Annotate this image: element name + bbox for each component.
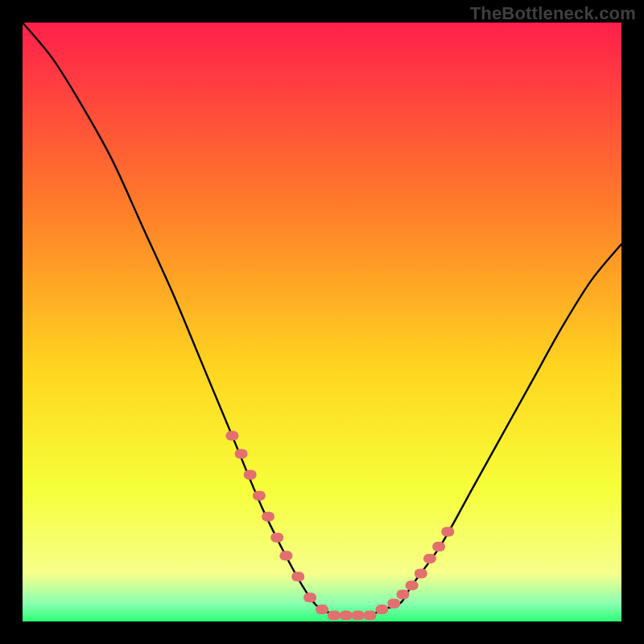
marker-dot: [235, 449, 248, 459]
marker-dot: [375, 605, 388, 614]
marker-dot: [316, 605, 328, 614]
marker-dot: [244, 470, 257, 480]
marker-dot: [291, 572, 304, 581]
marker-dot: [270, 533, 283, 543]
marker-dot: [225, 431, 238, 440]
chart-stage: TheBottleneck.com: [0, 0, 644, 644]
marker-dot: [423, 554, 436, 564]
bottleneck-chart: [0, 0, 644, 644]
marker-dot: [415, 568, 427, 578]
marker-dot: [387, 599, 400, 609]
marker-dot: [441, 526, 454, 536]
marker-dot: [364, 611, 377, 621]
plot-background: [23, 23, 621, 621]
marker-dot: [303, 592, 316, 602]
marker-dot: [279, 551, 292, 560]
marker-dot: [340, 611, 353, 621]
watermark-text: TheBottleneck.com: [470, 3, 636, 24]
marker-dot: [396, 590, 409, 600]
marker-dot: [262, 512, 275, 522]
marker-dot: [406, 580, 419, 590]
marker-dot: [328, 611, 341, 621]
marker-dot: [253, 491, 266, 501]
marker-dot: [352, 611, 365, 621]
marker-dot: [432, 542, 445, 551]
